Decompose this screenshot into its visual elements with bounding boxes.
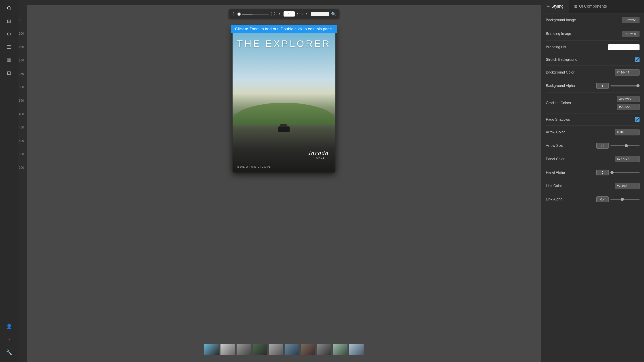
wrench-icon[interactable]: 🔧 (3, 346, 15, 359)
background-color-control (615, 69, 640, 75)
tab-ui-components[interactable]: ⊞ UI Components (569, 0, 612, 13)
branding-url-control (608, 44, 640, 50)
thumbnail-10[interactable] (349, 344, 364, 355)
prev-page-button[interactable]: ‹ (277, 11, 281, 17)
thumbnail-8[interactable] (317, 344, 332, 355)
ruler-mark: 450 (19, 126, 24, 129)
magazine-container[interactable]: THE EXPLORER Jacada TRAVEL ISSUE 06 | WI… (232, 27, 336, 173)
page-shadows-label: Page Shadows (546, 117, 632, 122)
page-hint: Click to Zoom in and out. Double click t… (231, 25, 337, 33)
background-color-input[interactable] (615, 69, 640, 75)
row-page-shadows: Page Shadows (546, 114, 640, 126)
person-icon[interactable]: 👤 (3, 321, 15, 333)
ui-components-icon: ⊞ (574, 4, 577, 8)
ruler-mark: 250 (19, 72, 24, 75)
logo-icon[interactable]: ⬡ (3, 2, 15, 14)
magazine-issue: ISSUE 06 | WINTER 2016/17 (237, 166, 272, 168)
menu-icon[interactable]: ☰ (3, 41, 15, 53)
panel-alpha-value[interactable] (596, 170, 609, 175)
panel-content: Background Image Browse Branding Image B… (541, 13, 644, 362)
background-image-browse-button[interactable]: Browse (622, 17, 640, 23)
page-shadows-checkbox[interactable] (635, 117, 640, 122)
view-icon[interactable]: ⊞ (3, 15, 15, 27)
thumb-inner (349, 344, 364, 355)
row-branding-url: Branding Url (546, 41, 640, 54)
arrow-color-control (615, 129, 640, 135)
zoom-slider[interactable] (238, 12, 269, 16)
zoom-fill (242, 14, 253, 14)
share-button[interactable]: ⇧ (232, 12, 235, 16)
tab-styling[interactable]: ✏ Styling (541, 0, 569, 13)
thumb-inner (236, 344, 251, 355)
canvas-area[interactable]: ⇧ ⛶ ‹ / 10 › 🔍 Click to Zoom in and out.… (27, 5, 541, 362)
right-panel: ✏ Styling ⊞ UI Components Background Ima… (541, 0, 644, 362)
magazine-logo: Jacada TRAVEL (308, 149, 329, 159)
ruler-mark: 300 (19, 85, 24, 89)
help-icon[interactable]: ? (3, 334, 15, 346)
arrow-size-control (596, 143, 640, 149)
link-alpha-value[interactable] (596, 196, 609, 202)
link-alpha-slider[interactable] (610, 199, 640, 200)
link-color-input[interactable] (615, 183, 640, 189)
panel-alpha-control (596, 170, 640, 175)
thumbnail-9[interactable] (333, 344, 348, 355)
ruler-horizontal (18, 0, 541, 5)
thumb-inner (317, 344, 332, 355)
gradient-color-2-input[interactable] (617, 104, 640, 110)
fullscreen-button[interactable]: ⛶ (271, 12, 275, 16)
thumb-inner (301, 344, 315, 355)
arrow-color-input[interactable] (615, 129, 640, 135)
gradient-colors-control (617, 96, 640, 110)
ruler-mark: 50 (19, 18, 22, 22)
row-stretch-background: Stretch Background (546, 54, 640, 66)
thumbnail-1[interactable] (204, 344, 219, 355)
thumb-inner (220, 344, 235, 355)
branding-image-browse-button[interactable]: Browse (622, 31, 640, 37)
link-color-control (615, 183, 640, 189)
thumbnail-4[interactable] (252, 344, 268, 355)
thumbnail-3[interactable] (236, 344, 251, 355)
row-arrow-size: Arrow Size (546, 139, 640, 152)
settings-icon[interactable]: ⚙ (3, 28, 15, 40)
ruler-mark: 400 (19, 112, 24, 116)
thumbnail-5[interactable] (268, 344, 284, 355)
next-page-button[interactable]: › (305, 11, 309, 17)
styling-icon: ✏ (547, 4, 550, 8)
thumb-inner (204, 344, 219, 355)
gradient-color-1-input[interactable] (617, 96, 640, 102)
arrow-size-slider[interactable] (610, 145, 640, 146)
row-panel-alpha: Panel Alpha (546, 166, 640, 179)
branding-url-input[interactable] (608, 44, 640, 50)
left-sidebar: ⬡ ⊞ ⚙ ☰ ▦ ⊟ 👤 ? 🔧 (0, 0, 18, 362)
branding-image-control: Browse (622, 31, 640, 37)
background-alpha-label: Background Alpha (546, 84, 594, 88)
stretch-background-checkbox[interactable] (635, 57, 640, 62)
branding-url-label: Branding Url (546, 45, 606, 49)
tab-ui-components-label: UI Components (579, 4, 607, 9)
background-alpha-slider[interactable] (610, 85, 640, 86)
magazine-cover: THE EXPLORER Jacada TRAVEL ISSUE 06 | WI… (232, 27, 336, 173)
row-branding-image: Branding Image Browse (546, 27, 640, 41)
ruler-mark: 200 (19, 58, 24, 62)
gradient-colors-label: Gradient Colors (546, 101, 614, 105)
thumbnail-2[interactable] (220, 344, 235, 355)
panel-alpha-slider[interactable] (610, 172, 640, 173)
link-color-label: Link Color (546, 184, 612, 188)
page-number-input[interactable] (284, 11, 295, 16)
background-alpha-value[interactable] (596, 83, 609, 89)
ruler-vertical: 50 100 150 200 250 300 350 400 450 500 5… (18, 5, 27, 362)
panel-color-input[interactable] (615, 156, 640, 162)
arrow-size-value[interactable] (596, 143, 609, 149)
row-background-color: Background Color (546, 66, 640, 79)
arrow-size-label: Arrow Size (546, 144, 594, 148)
background-image-label: Background Image (546, 18, 619, 22)
tab-styling-label: Styling (552, 4, 564, 9)
toc-input[interactable] (311, 12, 329, 16)
row-arrow-color: Arrow Color (546, 126, 640, 139)
thumbnail-7[interactable] (300, 344, 316, 355)
thumbnails-strip (204, 344, 364, 355)
search-button[interactable]: 🔍 (331, 12, 336, 16)
grid-icon[interactable]: ▦ (3, 54, 15, 66)
thumbnail-6[interactable] (284, 344, 300, 355)
data-icon[interactable]: ⊟ (3, 67, 15, 79)
